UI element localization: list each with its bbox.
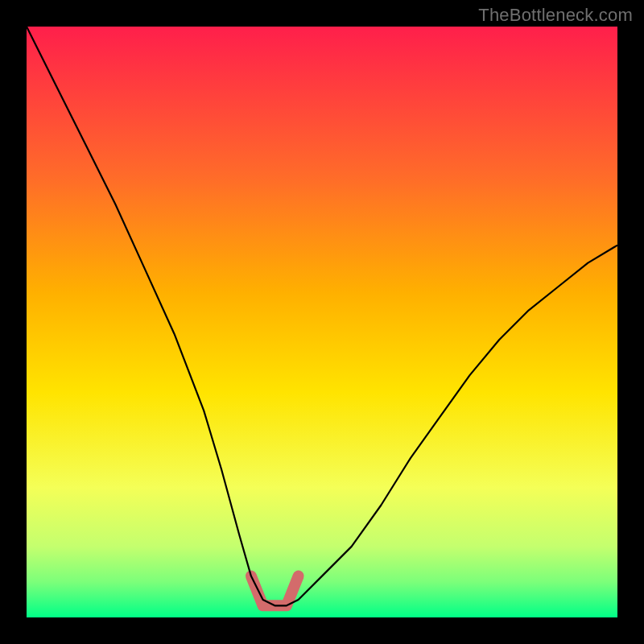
- plot-background: [27, 27, 617, 617]
- watermark-text: TheBottleneck.com: [478, 5, 633, 26]
- chart-frame: TheBottleneck.com: [0, 0, 644, 644]
- chart-canvas: [0, 0, 644, 644]
